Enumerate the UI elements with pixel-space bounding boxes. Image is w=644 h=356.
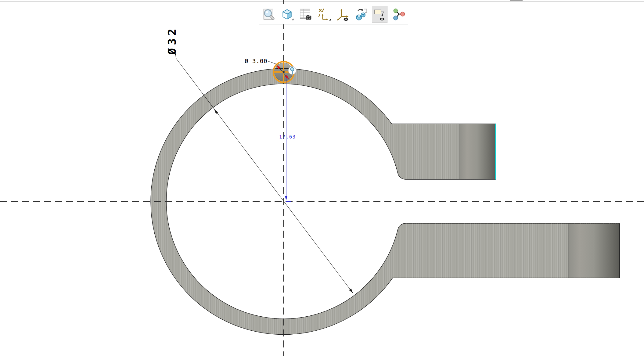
axes-eye-icon (336, 8, 349, 21)
view-cube-icon (280, 8, 294, 21)
upper-arm-end-face (459, 124, 495, 179)
zoom-refit-button[interactable] (261, 6, 277, 23)
dimension-arrowhead (285, 196, 287, 200)
dimension-hole-offset-label[interactable]: 17.63 (279, 134, 296, 140)
linked-nodes-icon (391, 8, 405, 21)
rotate-shapes-icon (354, 8, 368, 21)
view-list-camera-icon (299, 8, 312, 21)
in-graphics-view-toolbar (259, 4, 408, 24)
dimension-inner-diameter-label[interactable]: Ø32 (166, 26, 178, 55)
view-manager-button[interactable] (298, 6, 314, 23)
dropdown-arrow-icon (292, 18, 294, 20)
annotation-display-button[interactable] (372, 6, 388, 23)
spin-center-button[interactable] (335, 6, 351, 23)
datum-axes-icon (318, 8, 331, 21)
part-view-canvas (0, 0, 644, 356)
saved-orientations-button[interactable] (279, 6, 295, 23)
magnifier-icon (262, 8, 275, 21)
dimension-hole-diameter-label[interactable]: Ø 3.00 (245, 58, 268, 64)
datum-display-filters-button[interactable] (316, 6, 332, 23)
graphics-area[interactable]: Ø32 Ø 3.00 17.63 (0, 0, 644, 356)
centerlines (0, 0, 644, 356)
reorient-view-button[interactable] (353, 6, 369, 23)
dropdown-arrow-icon (329, 19, 331, 20)
note-leader-eye-icon (373, 8, 387, 21)
top-border-line (0, 0, 644, 2)
pin-drag-handle[interactable] (288, 67, 296, 74)
model-graph-button[interactable] (390, 6, 406, 23)
lower-arm-end-face (568, 224, 619, 278)
dimension-arrowhead (349, 289, 353, 293)
